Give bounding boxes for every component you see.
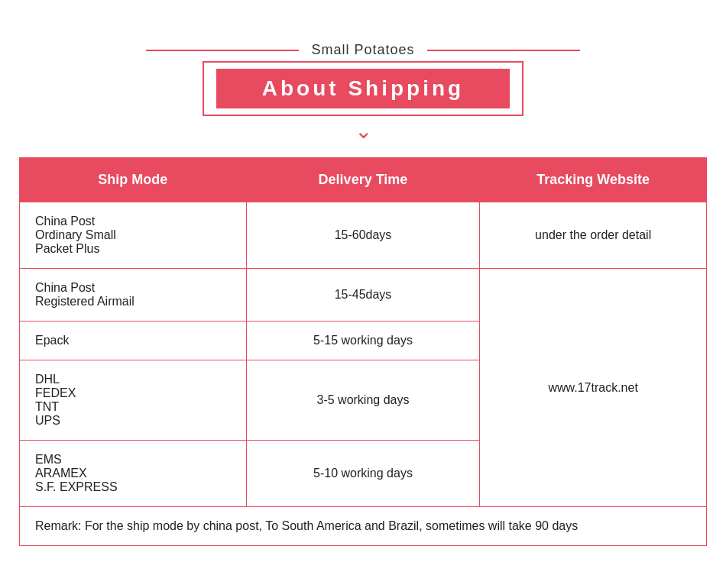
ship-mode-cell: Epack: [20, 321, 247, 360]
tracking-cell: under the order detail: [480, 202, 707, 269]
delivery-time-cell: 15-60days: [246, 202, 480, 269]
delivery-time-cell: 15-45days: [246, 269, 480, 321]
delivery-time-cell: 3-5 working days: [246, 360, 480, 441]
col-header-ship-mode: Ship Mode: [20, 158, 247, 202]
table-row: China PostRegistered Airmail 15-45days w…: [20, 269, 707, 321]
col-header-delivery-time: Delivery Time: [246, 158, 480, 202]
shipping-table: Ship Mode Delivery Time Tracking Website…: [19, 157, 707, 546]
header-section: Small Potatoes About Shipping ⌄: [19, 42, 707, 142]
ship-mode-cell: China PostRegistered Airmail: [20, 269, 247, 321]
brand-title: Small Potatoes: [299, 42, 426, 58]
delivery-time-cell: 5-15 working days: [246, 321, 480, 360]
remark-cell: Remark: For the ship mode by china post,…: [20, 507, 707, 546]
ship-mode-cell: EMSARAMEXS.F. EXPRESS: [20, 441, 247, 507]
remark-row: Remark: For the ship mode by china post,…: [20, 507, 707, 546]
table-row: China PostOrdinary SmallPacket Plus 15-6…: [20, 202, 707, 269]
tracking-cell: www.17track.net: [480, 269, 707, 507]
col-header-tracking-website: Tracking Website: [480, 158, 707, 202]
delivery-time-cell: 5-10 working days: [246, 441, 480, 507]
chevron-down-icon: ⌄: [355, 121, 372, 142]
ship-mode-cell: China PostOrdinary SmallPacket Plus: [20, 202, 247, 269]
page-wrapper: Small Potatoes About Shipping ⌄ Ship Mod…: [19, 27, 707, 561]
ship-mode-cell: DHLFEDEXTNTUPS: [20, 360, 247, 441]
about-shipping-banner: About Shipping: [216, 69, 510, 108]
